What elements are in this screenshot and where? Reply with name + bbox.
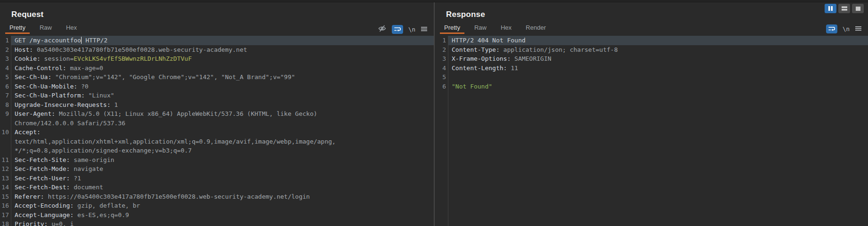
eye-off-button[interactable] xyxy=(378,24,387,34)
editor-menu-button[interactable] xyxy=(855,25,862,33)
request-tabs: PrettyRawHex xyxy=(0,22,434,34)
code-segment: SAMEORIGIN xyxy=(511,55,551,62)
line-number: 4 xyxy=(0,64,11,73)
line-number: 11 xyxy=(0,155,11,165)
line-number: 17 xyxy=(0,210,11,220)
code-segment: Mozilla/5.0 (X11; Linux x86_64) AppleWeb… xyxy=(15,110,317,127)
code-segment: User-Agent: xyxy=(15,110,55,117)
code-segment: "Not Found" xyxy=(452,83,492,90)
line-content[interactable]: Sec-Fetch-User: ?1 xyxy=(11,174,434,183)
single-layout-button[interactable] xyxy=(852,4,864,13)
line-content[interactable]: Sec-Fetch-Dest: document xyxy=(11,183,434,192)
line-content[interactable]: User-Agent: Mozilla/5.0 (X11; Linux x86_… xyxy=(11,109,434,128)
code-segment: Content-Length: xyxy=(452,65,507,72)
line-number: 5 xyxy=(0,73,11,82)
response-tab-raw[interactable]: Raw xyxy=(470,22,491,34)
columns-layout-button[interactable] xyxy=(825,4,836,13)
response-editor[interactable]: 1HTTP/2 404 Not Found2Content-Type: appl… xyxy=(435,36,868,226)
rows-layout-icon xyxy=(841,6,848,11)
request-code-line: 10Accept: text/html,application/xhtml+xm… xyxy=(0,128,434,155)
line-content[interactable]: Accept-Encoding: gzip, deflate, br xyxy=(11,201,434,210)
line-number: 10 xyxy=(0,128,11,155)
line-content[interactable]: Upgrade-Insecure-Requests: 1 xyxy=(11,100,434,110)
code-segment: text/html,application/xhtml+xml,applicat… xyxy=(15,138,336,154)
rows-layout-button[interactable] xyxy=(838,4,850,13)
code-segment: Referer: xyxy=(15,193,44,200)
line-number: 9 xyxy=(0,109,11,128)
request-tab-raw[interactable]: Raw xyxy=(35,22,56,34)
code-segment: Priority: xyxy=(15,220,48,226)
response-code-line: 2Content-Type: application/json; charset… xyxy=(435,45,868,55)
response-tab-hex[interactable]: Hex xyxy=(496,22,516,34)
line-content[interactable]: Sec-Ch-Ua-Platform: "Linux" xyxy=(11,91,434,100)
word-wrap-icon xyxy=(828,26,835,32)
request-code-line: 18Priority: u=0, i xyxy=(0,219,434,226)
response-code-line: 3X-Frame-Options: SAMEORIGIN xyxy=(435,54,868,64)
code-segment: Sec-Ch-Ua: xyxy=(15,73,51,81)
request-code-line: 6Sec-Ch-Ua-Mobile: ?0 xyxy=(0,82,434,91)
request-editor[interactable]: 1GET /my-accountfoo HTTP/22Host: 0a5400c… xyxy=(0,36,434,226)
line-content[interactable]: "Not Found" xyxy=(448,82,868,91)
code-segment: gzip, deflate, br xyxy=(74,202,140,209)
line-content[interactable]: Sec-Ch-Ua: "Chromium";v="142", "Google C… xyxy=(11,73,434,82)
code-segment: X-Frame-Options: xyxy=(452,55,511,62)
request-code-line: 2Host: 0a5400c303e417a780fb71e500ef0028.… xyxy=(0,45,434,55)
code-segment: Cache-Control: xyxy=(15,65,66,72)
editor-menu-button[interactable] xyxy=(421,25,428,34)
code-segment: Sec-Ch-Ua-Mobile: xyxy=(15,83,77,90)
code-segment: Sec-Fetch-Mode: xyxy=(15,165,70,172)
code-segment: 0a5400c303e417a780fb71e500ef0028.web-sec… xyxy=(33,46,247,53)
code-segment: u=0, i xyxy=(48,220,74,226)
request-code-line: 16Accept-Encoding: gzip, deflate, br xyxy=(0,201,434,210)
line-content[interactable]: Accept: text/html,application/xhtml+xml,… xyxy=(11,128,434,155)
line-number: 1 xyxy=(435,36,448,45)
eye-off-icon[interactable] xyxy=(378,24,387,32)
request-code-line: 13Sec-Fetch-User: ?1 xyxy=(0,174,434,183)
show-newlines-button[interactable]: \n xyxy=(843,25,850,32)
word-wrap-button[interactable] xyxy=(826,24,837,33)
code-segment: same-origin xyxy=(70,156,114,163)
menu-icon[interactable] xyxy=(855,25,862,32)
line-content[interactable]: Cache-Control: max-age=0 xyxy=(11,64,434,73)
response-tab-render[interactable]: Render xyxy=(521,22,550,34)
request-tab-hex[interactable]: Hex xyxy=(62,22,81,34)
request-tab-pretty[interactable]: Pretty xyxy=(5,22,30,34)
line-number: 8 xyxy=(0,100,11,110)
line-content[interactable]: HTTP/2 404 Not Found xyxy=(448,36,868,45)
line-content[interactable]: Content-Type: application/json; charset=… xyxy=(448,45,868,55)
request-code-line: 14Sec-Fetch-Dest: document xyxy=(0,183,434,192)
line-content[interactable]: Accept-Language: es-ES,es;q=0.9 xyxy=(11,210,434,220)
message-editor-split: Request PrettyRawHex \n 1GET /my-account… xyxy=(0,2,868,226)
menu-icon[interactable] xyxy=(421,26,428,32)
code-segment: es-ES,es;q=0.9 xyxy=(74,211,129,218)
line-content[interactable]: Sec-Fetch-Mode: navigate xyxy=(11,164,434,174)
code-segment: 1 xyxy=(111,101,118,108)
line-content[interactable]: Content-Length: 11 xyxy=(448,64,868,73)
code-segment: Sec-Fetch-User: xyxy=(15,175,70,182)
line-content[interactable]: Cookie: session=EVckLKS4vfEfSBWwnzRLDrLN… xyxy=(11,54,434,64)
line-number: 4 xyxy=(435,64,448,73)
word-wrap-icon xyxy=(394,26,401,32)
line-number: 18 xyxy=(0,219,11,226)
line-content[interactable]: X-Frame-Options: SAMEORIGIN xyxy=(448,54,868,64)
code-segment: Accept: xyxy=(15,129,41,136)
line-number: 3 xyxy=(0,54,11,64)
code-segment: navigate xyxy=(70,165,103,172)
line-content[interactable] xyxy=(448,73,868,82)
line-number: 2 xyxy=(435,45,448,55)
response-code-line: 6"Not Found" xyxy=(435,82,868,91)
line-content[interactable]: Referer: https://0a5400c303e417a780fb71e… xyxy=(11,192,434,202)
response-tab-pretty[interactable]: Pretty xyxy=(440,22,464,34)
line-content[interactable]: Priority: u=0, i xyxy=(11,219,434,226)
code-segment: ?1 xyxy=(70,175,81,182)
request-code-line: 17Accept-Language: es-ES,es;q=0.9 xyxy=(0,210,434,220)
code-segment: Accept-Encoding: xyxy=(15,202,74,209)
code-segment: document xyxy=(70,184,103,191)
line-content[interactable]: Host: 0a5400c303e417a780fb71e500ef0028.w… xyxy=(11,45,434,55)
line-content[interactable]: GET /my-accountfoo HTTP/2 xyxy=(11,36,434,45)
line-content[interactable]: Sec-Fetch-Site: same-origin xyxy=(11,155,434,165)
columns-layout-icon xyxy=(827,6,834,11)
word-wrap-button[interactable] xyxy=(392,25,403,34)
show-newlines-button[interactable]: \n xyxy=(408,26,415,33)
line-content[interactable]: Sec-Ch-Ua-Mobile: ?0 xyxy=(11,82,434,91)
